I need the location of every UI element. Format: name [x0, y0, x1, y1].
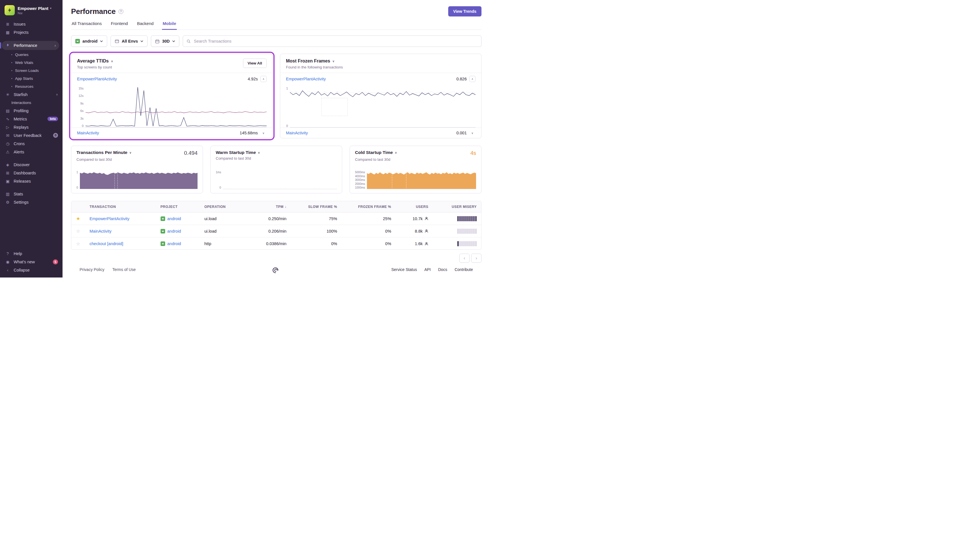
- date-range-dropdown[interactable]: 30D: [151, 35, 179, 47]
- transaction-value: 0.001: [456, 131, 467, 135]
- column-header-operation[interactable]: OPERATION: [200, 205, 247, 209]
- project-link[interactable]: android: [167, 217, 181, 221]
- y-axis-labels: 1ms0: [216, 171, 223, 189]
- expand-row-button[interactable]: ∨: [469, 132, 476, 135]
- contribute-link[interactable]: Contribute: [455, 267, 473, 272]
- environment-filter-dropdown[interactable]: All Envs: [111, 35, 148, 47]
- tab-all-transactions[interactable]: All Transactions: [71, 21, 102, 30]
- sidebar-item-alerts[interactable]: ⚠Alerts: [0, 148, 63, 156]
- table-row: ☆ checkout [android] android http 0.0386…: [71, 237, 481, 250]
- tpm-value: 0.250/min: [247, 217, 291, 221]
- sidebar-item-metrics[interactable]: ∿Metricsbeta: [0, 115, 63, 123]
- search-transactions-box[interactable]: [183, 35, 482, 47]
- expand-row-button[interactable]: ∨: [260, 132, 267, 135]
- tab-mobile[interactable]: Mobile: [162, 21, 177, 30]
- transaction-value: 4.92s: [248, 77, 258, 81]
- transaction-link[interactable]: MainActivity: [90, 229, 111, 234]
- frozen-frames-chart[interactable]: [290, 87, 476, 127]
- favorite-star-icon[interactable]: ★: [71, 216, 85, 221]
- column-header-transaction[interactable]: TRANSACTION: [85, 205, 156, 209]
- performance-page: Empower Plant ▾ Nar ≣Issues ▦Projects Pe…: [0, 0, 490, 278]
- service-status-link[interactable]: Service Status: [391, 267, 417, 272]
- collapse-row-button[interactable]: ∧: [260, 76, 267, 82]
- widget-title-dropdown[interactable]: Cold Startup Time∨: [355, 150, 397, 155]
- widget-title-dropdown[interactable]: Transactions Per Minute∨: [77, 150, 132, 155]
- table-row: ★ EmpowerPlantActivity android ui.load 0…: [71, 212, 481, 225]
- sidebar-item-crons[interactable]: ◷Crons: [0, 140, 63, 148]
- sidebar-item-whats-new[interactable]: ◉What's new5: [0, 258, 63, 266]
- widget-title-dropdown[interactable]: Most Frozen Frames∨: [286, 58, 343, 64]
- tab-bar: All Transactions Frontend Backend Mobile: [71, 21, 482, 30]
- sidebar-item-web-vitals[interactable]: Web Vitals: [0, 58, 63, 66]
- transaction-link[interactable]: MainActivity: [77, 131, 99, 135]
- sidebar-item-performance[interactable]: Performance ∧: [2, 41, 59, 50]
- info-icon[interactable]: ?: [119, 9, 123, 14]
- table-header-row: TRANSACTION PROJECT OPERATION TPM ↓ SLOW…: [71, 201, 481, 212]
- user-icon: [425, 217, 428, 220]
- widget-title-dropdown[interactable]: Warm Startup Time∨: [216, 150, 260, 155]
- sidebar-item-issues[interactable]: ≣Issues: [0, 20, 63, 28]
- project-link[interactable]: android: [167, 229, 181, 234]
- sidebar-item-queries[interactable]: Queries: [0, 51, 63, 58]
- next-page-button[interactable]: ›: [471, 253, 482, 263]
- sidebar-item-app-starts[interactable]: App Starts: [0, 74, 63, 82]
- tpm-chart[interactable]: [80, 171, 198, 189]
- transaction-link[interactable]: MainActivity: [286, 131, 308, 135]
- sidebar-item-label: Settings: [14, 200, 29, 204]
- sidebar-item-starfish[interactable]: ✳Starfish∧: [0, 90, 63, 99]
- column-header-tpm[interactable]: TPM ↓: [247, 205, 291, 209]
- project-filter-dropdown[interactable]: android: [71, 35, 107, 47]
- project-link[interactable]: android: [167, 241, 181, 246]
- sidebar-item-interactions[interactable]: Interactions: [0, 99, 63, 106]
- warm-startup-chart[interactable]: [223, 171, 337, 189]
- docs-link[interactable]: Docs: [438, 267, 447, 272]
- view-trends-button[interactable]: View Trends: [448, 6, 482, 16]
- column-header-users[interactable]: USERS: [396, 205, 433, 209]
- favorite-star-icon[interactable]: ☆: [71, 228, 85, 234]
- page-footer: Privacy Policy Terms of Use Service Stat…: [71, 263, 482, 278]
- sidebar-item-user-feedback[interactable]: ✉User FeedbackB: [0, 131, 63, 140]
- sidebar-item-profiling[interactable]: ▤Profiling: [0, 106, 63, 115]
- transaction-link[interactable]: checkout [android]: [90, 241, 123, 246]
- main-content: Performance ? View Trends All Transactio…: [63, 0, 490, 278]
- tab-frontend[interactable]: Frontend: [110, 21, 129, 30]
- transaction-link[interactable]: EmpowerPlantActivity: [90, 217, 129, 221]
- terms-of-use-link[interactable]: Terms of Use: [112, 267, 136, 272]
- operation-value: http: [200, 241, 247, 246]
- cold-startup-chart[interactable]: [367, 171, 476, 189]
- sidebar-item-help[interactable]: ?Help: [0, 249, 63, 258]
- column-header-project[interactable]: PROJECT: [156, 205, 200, 209]
- org-switcher[interactable]: Empower Plant ▾ Nar: [0, 4, 63, 20]
- favorite-star-icon[interactable]: ☆: [71, 241, 85, 247]
- tab-backend[interactable]: Backend: [137, 21, 154, 30]
- view-all-button[interactable]: View All: [243, 58, 267, 68]
- collapse-row-button[interactable]: ∧: [469, 76, 476, 82]
- sidebar-item-screen-loads[interactable]: Screen Loads: [0, 66, 63, 74]
- lightning-icon: [5, 43, 10, 48]
- sidebar-item-releases[interactable]: ▣Releases: [0, 177, 63, 185]
- widget-title-dropdown[interactable]: Average TTIDs∨: [77, 58, 113, 64]
- sidebar-item-label: User Feedback: [14, 133, 42, 138]
- bullet-icon: [11, 62, 12, 63]
- sentry-logo[interactable]: [272, 266, 281, 275]
- previous-page-button[interactable]: ‹: [459, 253, 469, 263]
- profiling-icon: ▤: [5, 109, 10, 113]
- ttid-chart[interactable]: [85, 87, 267, 127]
- transaction-link[interactable]: EmpowerPlantActivity: [77, 77, 117, 81]
- api-link[interactable]: API: [424, 267, 431, 272]
- sidebar-item-projects[interactable]: ▦Projects: [0, 28, 63, 36]
- search-input[interactable]: [193, 38, 478, 44]
- privacy-policy-link[interactable]: Privacy Policy: [80, 267, 104, 272]
- sidebar-item-resources[interactable]: Resources: [0, 82, 63, 90]
- user-misery-bars: [433, 229, 481, 234]
- sidebar-collapse-button[interactable]: ‹Collapse: [0, 266, 63, 274]
- sidebar-item-discover[interactable]: ◈Discover: [0, 160, 63, 169]
- sidebar-item-replays[interactable]: ▷Replays: [0, 123, 63, 131]
- transaction-link[interactable]: EmpowerPlantActivity: [286, 77, 326, 81]
- column-header-slow-frame[interactable]: SLOW FRAME %: [291, 205, 342, 209]
- column-header-user-misery[interactable]: USER MISERY: [433, 205, 481, 209]
- sidebar-item-settings[interactable]: ⚙Settings: [0, 198, 63, 206]
- sidebar-item-dashboards[interactable]: ⊞Dashboards: [0, 169, 63, 177]
- sidebar-item-stats[interactable]: ▥Stats: [0, 190, 63, 198]
- column-header-frozen-frame[interactable]: FROZEN FRAME %: [342, 205, 396, 209]
